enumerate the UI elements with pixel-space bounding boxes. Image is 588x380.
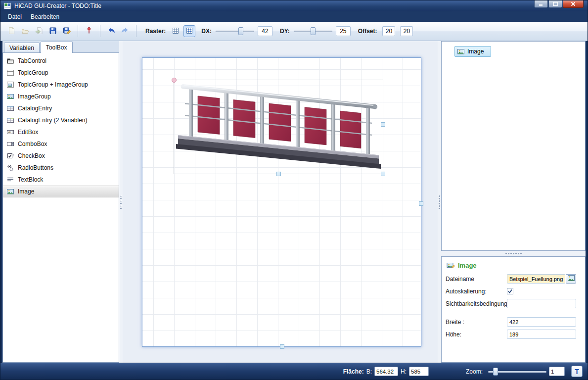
grid-snap-toggle-button[interactable]	[183, 25, 195, 37]
toolbox-item-editbox[interactable]: abEditBox	[3, 126, 119, 138]
save-as-icon	[63, 27, 71, 36]
offset-y-input[interactable]	[400, 26, 413, 36]
radiobuttons-icon	[6, 164, 14, 172]
textblock-icon	[6, 176, 14, 184]
railing-image	[174, 80, 383, 174]
design-canvas[interactable]	[142, 57, 421, 347]
combobox-icon	[6, 140, 14, 148]
toolbox-item-textblock[interactable]: TextBlock	[3, 174, 119, 186]
zoom-slider[interactable]	[488, 367, 546, 376]
toolbox-item-checkbox[interactable]: CheckBox	[3, 150, 119, 162]
undo-icon	[107, 27, 115, 36]
toolbox-item-topicgroup-imagegroup[interactable]: TopicGroup + ImageGroup	[3, 79, 119, 91]
app-window: HiCAD GUI-Creator - TODO:Title Datei Bea…	[0, 0, 588, 380]
canvas-image-element[interactable]	[174, 80, 383, 174]
grid-toggle-button[interactable]	[170, 25, 181, 37]
dy-slider[interactable]	[294, 27, 332, 36]
text-mode-button[interactable]: T	[571, 366, 583, 377]
offset-x-input[interactable]	[382, 26, 395, 36]
titlebar: HiCAD GUI-Creator - TODO:Title	[0, 0, 588, 11]
close-button[interactable]	[563, 0, 584, 8]
pin-button[interactable]	[83, 25, 95, 37]
splitter-right[interactable]	[438, 41, 441, 363]
zoom-slider-thumb[interactable]	[493, 368, 498, 376]
hoehe-input[interactable]	[507, 330, 576, 339]
menu-bearbeiten[interactable]: Bearbeiten	[26, 12, 64, 21]
right-panel: Image Image Dateiname Autoskalierung:	[441, 41, 586, 363]
image-handle-bottom[interactable]	[276, 172, 281, 176]
breite-input[interactable]	[507, 317, 576, 327]
raster-label: Raster:	[145, 28, 166, 35]
toolbox-item-imagegroup[interactable]: ImageGroup	[3, 91, 119, 102]
flaeche-b-input[interactable]	[374, 367, 398, 376]
menubar: Datei Bearbeiten	[0, 11, 588, 22]
menu-datei[interactable]: Datei	[3, 12, 26, 21]
maximize-button[interactable]	[548, 0, 562, 8]
save-icon	[49, 27, 57, 36]
properties-title: Image	[458, 262, 477, 269]
browse-image-button[interactable]	[566, 274, 576, 284]
toolbox-item-tabcontrol[interactable]: TabControl	[3, 55, 119, 67]
property-row-spacer	[446, 310, 581, 316]
property-row-autoskalierung: Autoskalierung:	[446, 285, 581, 297]
dx-input[interactable]	[258, 26, 272, 36]
tree-item-image[interactable]: Image	[454, 46, 491, 57]
topicgroup-icon	[6, 69, 14, 77]
image-handle-right[interactable]	[381, 122, 385, 127]
undo-button[interactable]	[105, 25, 117, 37]
toolbox-item-catalogentry[interactable]: CatalogEntry	[3, 102, 119, 114]
import-button[interactable]	[33, 25, 45, 37]
dy-slider-thumb[interactable]	[311, 27, 316, 35]
dateiname-input[interactable]	[507, 274, 565, 284]
property-row-hoehe: Höhe:	[446, 328, 581, 340]
toolbox-item-image[interactable]: Image	[3, 186, 119, 197]
splitter-grip-icon	[439, 195, 440, 209]
autoskalierung-label: Autoskalierung:	[446, 288, 507, 295]
flaeche-label: Fläche:	[343, 368, 364, 375]
properties-header: Image	[446, 259, 581, 273]
property-row-sichtbarkeit: Sichtbarkeitsbedingung:	[446, 297, 581, 310]
redo-button[interactable]	[119, 25, 131, 37]
dx-slider-track[interactable]	[216, 31, 254, 32]
dx-slider[interactable]	[216, 27, 254, 36]
dx-slider-thumb[interactable]	[238, 27, 243, 35]
pin-icon	[85, 27, 93, 36]
redo-icon	[121, 27, 129, 36]
sichtbarkeit-input[interactable]	[507, 299, 576, 308]
new-button[interactable]	[5, 25, 17, 37]
tabcontrol-icon	[6, 57, 14, 65]
tab-toolbox[interactable]: ToolBox	[41, 42, 73, 53]
splitter-grip-icon	[505, 253, 522, 254]
offset-label: Offset:	[358, 28, 377, 35]
image-handle-bottom-right[interactable]	[381, 172, 385, 176]
tree-item-label: Image	[467, 48, 484, 55]
catalogentry-icon	[6, 104, 14, 112]
toolbox-item-combobox[interactable]: ComboBox	[3, 138, 119, 150]
zoom-input[interactable]	[549, 367, 565, 376]
toolbox-item-radiobuttons[interactable]: RadioButtons	[3, 162, 119, 174]
splitter-left[interactable]	[119, 41, 123, 363]
splitter-properties[interactable]	[441, 251, 586, 256]
dy-label: DY:	[280, 28, 290, 35]
toolbox-item-topicgroup[interactable]: TopicGroup	[3, 67, 119, 79]
toolbar-separator	[78, 25, 78, 37]
import-icon	[35, 27, 43, 36]
imagegroup-icon	[6, 93, 14, 100]
zoom-label: Zoom:	[466, 368, 483, 375]
image-handle-top-left[interactable]	[172, 78, 177, 83]
tab-variablen[interactable]: Variablen	[4, 43, 40, 52]
flaeche-h-input[interactable]	[409, 367, 429, 376]
minimize-button[interactable]	[534, 0, 548, 8]
topicgroup-imagegroup-icon	[6, 81, 14, 89]
save-button[interactable]	[47, 25, 59, 37]
dy-input[interactable]	[336, 26, 351, 36]
autoskalierung-checkbox[interactable]	[507, 288, 513, 294]
canvas-handle-right[interactable]	[419, 201, 423, 206]
left-panel: Variablen ToolBox TabControl TopicGroup …	[2, 41, 119, 363]
t-icon: T	[575, 368, 579, 376]
splitter-grip-icon	[120, 195, 122, 209]
open-button[interactable]	[19, 25, 31, 37]
save-as-button[interactable]	[61, 25, 73, 37]
canvas-handle-bottom[interactable]	[280, 344, 284, 349]
toolbox-item-catalogentry-2[interactable]: CatalogEntry (2 Variablen)	[3, 114, 119, 126]
